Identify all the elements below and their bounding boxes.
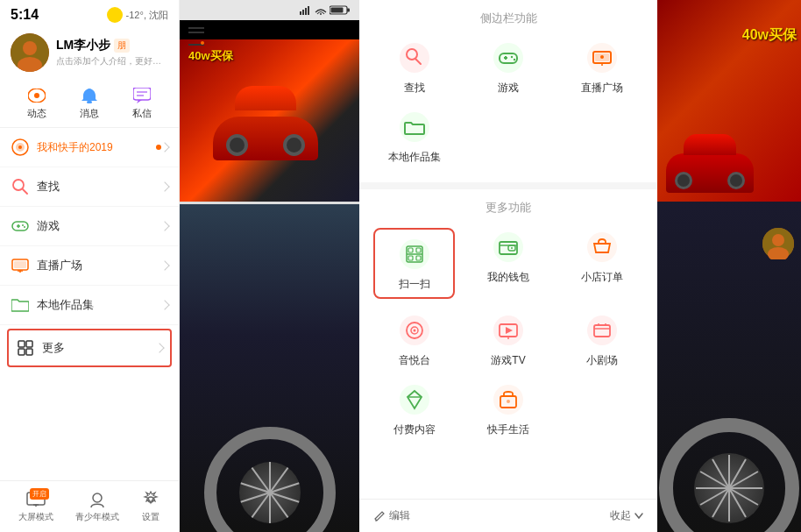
svg-point-18 <box>24 226 25 228</box>
car-roof <box>235 86 296 110</box>
games-arrow <box>159 221 169 231</box>
new-badge: 开启 <box>30 488 49 500</box>
youth-icon <box>88 490 107 509</box>
svg-point-36 <box>320 13 322 15</box>
svg-point-54 <box>600 55 604 59</box>
hamburger-line-1 <box>188 27 204 29</box>
svg-rect-25 <box>18 349 25 355</box>
user-info: LM李小步 朋 点击添加个人介绍，更好的展示自己 <box>56 38 168 67</box>
search-label: 查找 <box>37 179 161 195</box>
svg-point-78 <box>587 316 617 345</box>
bottom-actions: 编辑 收起 <box>359 499 657 532</box>
more-feature-scan[interactable]: 扫一扫 <box>373 228 455 299</box>
quick-action-dynamic[interactable]: 动态 <box>27 86 46 120</box>
more-feature-life[interactable]: 快手生活 <box>467 380 549 437</box>
svg-point-68 <box>587 232 617 262</box>
bell-icon <box>80 86 99 105</box>
more-feature-shop[interactable]: 小店订单 <box>562 228 643 299</box>
chevron-down-icon <box>634 513 643 520</box>
sidebar-features-panel: 侧边栏功能 查找 <box>359 0 657 532</box>
live-arrow <box>159 260 169 270</box>
sidebar-games-label: 游戏 <box>498 81 519 96</box>
shop-label: 小店订单 <box>581 270 623 285</box>
sidebar-local-label: 本地作品集 <box>388 150 441 165</box>
dynamic-label: 动态 <box>27 107 46 120</box>
menu-item-history[interactable]: 我和快手的2019 <box>0 128 179 167</box>
local-label: 本地作品集 <box>37 297 161 313</box>
hamburger-dot <box>201 41 204 45</box>
sidebar-feature-search[interactable]: 查找 <box>373 39 455 96</box>
wallet-icon <box>489 228 528 266</box>
live-icon <box>11 256 30 275</box>
signal-icons <box>300 5 351 15</box>
message-label: 消息 <box>80 107 99 120</box>
svg-point-31 <box>148 497 153 502</box>
more-feature-drama[interactable]: 小剧场 <box>562 311 643 368</box>
menu-item-games[interactable]: 游戏 <box>0 207 179 246</box>
bottom-bigscreen[interactable]: 开启 大屏模式 <box>18 490 53 523</box>
weather-info: -12°, 沈阳 <box>107 7 168 23</box>
search-arrow <box>159 181 169 191</box>
sidebar-section-title: 侧边栏功能 <box>373 11 643 26</box>
svg-rect-26 <box>26 349 32 355</box>
bottom-settings[interactable]: 设置 <box>141 490 160 523</box>
hamburger-menu[interactable] <box>188 25 204 52</box>
quick-action-message[interactable]: 消息 <box>80 86 99 120</box>
bigscreen-icon: 开启 <box>26 490 46 509</box>
feed-bottom-image <box>180 204 359 532</box>
more-feature-wallet[interactable]: 我的钱包 <box>467 228 549 299</box>
quick-action-private[interactable]: 私信 <box>132 86 152 120</box>
bottom-youth[interactable]: 青少年模式 <box>75 490 119 523</box>
sidebar-feature-local[interactable]: 本地作品集 <box>373 108 455 165</box>
menu-item-more[interactable]: 更多 <box>7 329 172 367</box>
weather-icon <box>107 7 123 23</box>
collapse-button[interactable]: 收起 <box>610 508 643 523</box>
sidebar-game-icon <box>489 39 528 77</box>
svg-point-83 <box>400 385 429 415</box>
sidebar-section: 侧边栏功能 查找 <box>359 0 657 182</box>
car-visual <box>180 39 359 202</box>
more-feature-gametv[interactable]: 游戏TV <box>467 311 549 368</box>
svg-rect-5 <box>87 101 92 103</box>
youth-label: 青少年模式 <box>75 511 119 523</box>
history-icon <box>11 138 30 157</box>
status-bar: 5:14 -12°, 沈阳 <box>0 0 179 26</box>
sidebar-feature-games[interactable]: 游戏 <box>467 39 549 96</box>
more-section-title: 更多功能 <box>373 200 643 216</box>
sidebar-live-label: 直播广场 <box>581 81 623 96</box>
svg-point-43 <box>493 43 523 73</box>
svg-point-17 <box>22 224 24 226</box>
svg-point-30 <box>93 493 102 502</box>
wheel-hub <box>239 462 301 523</box>
menu-item-live[interactable]: 直播广场 <box>0 246 179 286</box>
edit-icon <box>373 510 386 522</box>
left-sidebar: 5:14 -12°, 沈阳 LM李小步 朋 点击添加个人介绍，更好的展示自己 <box>0 0 180 532</box>
chat-icon <box>132 86 152 105</box>
edit-label: 编辑 <box>389 508 410 523</box>
sidebar-search-label: 查找 <box>404 81 425 96</box>
menu-item-search[interactable]: 查找 <box>0 167 179 207</box>
collapse-label: 收起 <box>610 508 631 523</box>
live-label: 直播广场 <box>37 258 161 273</box>
more-feature-grid: 扫一扫 我的钱包 <box>373 228 643 437</box>
svg-point-11 <box>18 145 22 149</box>
svg-rect-39 <box>331 8 344 13</box>
sidebar-feature-live[interactable]: 直播广场 <box>562 39 643 96</box>
more-arrow <box>154 343 164 352</box>
history-label: 我和快手的2019 <box>37 140 152 155</box>
menu-list: 我和快手的2019 查找 <box>0 128 179 480</box>
more-feature-audio[interactable]: 音悦台 <box>373 311 455 368</box>
user-desc: 点击添加个人介绍，更好的展示自己 <box>56 55 168 67</box>
more-feature-paid[interactable]: 付费内容 <box>373 380 455 437</box>
user-tag: 朋 <box>114 39 130 53</box>
edit-button[interactable]: 编辑 <box>373 508 410 523</box>
svg-point-12 <box>13 180 24 190</box>
svg-rect-35 <box>308 6 309 15</box>
menu-item-local[interactable]: 本地作品集 <box>0 286 179 325</box>
mobile-status-bar <box>180 0 359 20</box>
user-section[interactable]: LM李小步 朋 点击添加个人介绍，更好的展示自己 <box>0 26 179 79</box>
scan-icon <box>395 235 434 273</box>
life-icon <box>489 380 528 419</box>
svg-rect-32 <box>300 11 301 15</box>
gametv-label: 游戏TV <box>491 353 525 368</box>
